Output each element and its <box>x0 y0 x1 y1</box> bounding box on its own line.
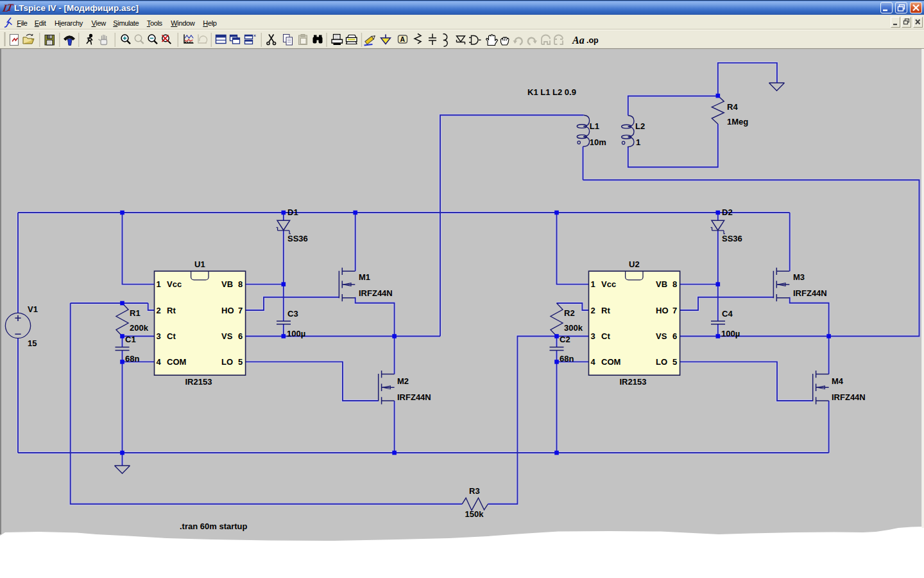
svg-text:LO: LO <box>221 357 233 367</box>
svg-text:.tran 60m startup: .tran 60m startup <box>180 521 248 531</box>
svg-text:SS36: SS36 <box>722 234 742 243</box>
svg-text:Vcc: Vcc <box>601 279 616 289</box>
svg-text:LO: LO <box>656 357 667 367</box>
svg-text:IRFZ44N: IRFZ44N <box>397 392 431 402</box>
svg-text:4: 4 <box>157 357 162 367</box>
svg-text:IR2153: IR2153 <box>185 377 212 387</box>
svg-text:IRFZ44N: IRFZ44N <box>793 288 827 298</box>
svg-text:C2: C2 <box>560 335 570 344</box>
svg-text:1: 1 <box>636 137 640 147</box>
svg-text:VS: VS <box>656 331 667 341</box>
svg-text:6: 6 <box>672 331 677 341</box>
svg-text:VB: VB <box>221 279 233 289</box>
svg-text:M3: M3 <box>793 272 805 282</box>
svg-text:M2: M2 <box>397 376 409 386</box>
svg-text:2: 2 <box>157 306 161 315</box>
svg-text:T: T <box>6 3 15 13</box>
svg-text:8: 8 <box>672 279 677 289</box>
svg-text:7: 7 <box>672 306 677 315</box>
svg-text:100µ: 100µ <box>287 329 305 338</box>
svg-text:2: 2 <box>591 306 595 315</box>
svg-text:SS36: SS36 <box>287 234 308 243</box>
svg-text:Aa: Aa <box>572 35 585 46</box>
svg-text:7: 7 <box>238 306 243 315</box>
svg-text:A: A <box>400 35 406 43</box>
svg-text:HO: HO <box>221 306 234 315</box>
svg-text:68n: 68n <box>125 354 139 363</box>
svg-text:.op: .op <box>586 36 599 45</box>
svg-text:U2: U2 <box>629 259 640 269</box>
svg-text:1Meg: 1Meg <box>727 117 748 127</box>
svg-text:5: 5 <box>238 357 243 367</box>
svg-text:3: 3 <box>157 331 161 341</box>
svg-text:COM: COM <box>167 357 186 367</box>
svg-text:Ct: Ct <box>167 331 176 341</box>
svg-text:C1: C1 <box>125 335 136 344</box>
svg-text:3: 3 <box>591 331 595 341</box>
svg-text:M1: M1 <box>359 272 370 282</box>
svg-text:COM: COM <box>601 357 620 367</box>
svg-text:IR2153: IR2153 <box>620 377 647 387</box>
svg-text:100µ: 100µ <box>721 329 740 338</box>
svg-text:V1: V1 <box>28 304 38 314</box>
svg-text:L1: L1 <box>590 121 599 131</box>
svg-text:4: 4 <box>591 357 596 367</box>
svg-text:HO: HO <box>656 306 669 315</box>
svg-text:D1: D1 <box>287 207 298 217</box>
svg-text:U1: U1 <box>194 259 205 269</box>
svg-text:VS: VS <box>221 331 233 341</box>
svg-text:R2: R2 <box>564 308 575 318</box>
svg-text:8: 8 <box>238 279 243 289</box>
svg-text:Ct: Ct <box>601 331 610 341</box>
svg-text:150k: 150k <box>465 509 484 519</box>
svg-text:6: 6 <box>238 331 243 341</box>
svg-text:10m: 10m <box>590 137 606 147</box>
svg-text:Vcc: Vcc <box>167 279 182 289</box>
svg-text:300k: 300k <box>564 323 583 333</box>
svg-text:L2: L2 <box>635 121 645 131</box>
svg-text:D2: D2 <box>722 207 733 217</box>
svg-text:K1 L1 L2 0.9: K1 L1 L2 0.9 <box>527 87 576 97</box>
svg-text:Rt: Rt <box>167 306 176 315</box>
svg-text:R4: R4 <box>727 102 738 112</box>
svg-text:R1: R1 <box>130 308 141 318</box>
svg-text:1: 1 <box>591 279 595 289</box>
svg-text:15: 15 <box>28 338 37 348</box>
svg-text:IRFZ44N: IRFZ44N <box>832 392 866 402</box>
svg-text:C4: C4 <box>722 309 733 319</box>
svg-text:C3: C3 <box>287 309 298 319</box>
svg-text:68n: 68n <box>560 354 574 363</box>
svg-text:IRFZ44N: IRFZ44N <box>359 288 393 298</box>
svg-text:Rt: Rt <box>601 306 610 315</box>
svg-text:R3: R3 <box>469 486 480 496</box>
svg-text:5: 5 <box>672 357 677 367</box>
svg-text:M4: M4 <box>832 376 844 386</box>
svg-text:VB: VB <box>656 279 667 289</box>
svg-text:1: 1 <box>157 279 161 289</box>
svg-text:200k: 200k <box>130 323 149 333</box>
